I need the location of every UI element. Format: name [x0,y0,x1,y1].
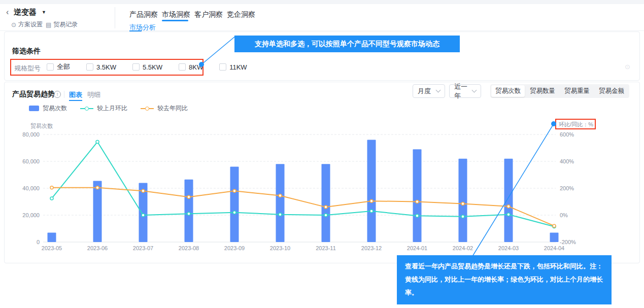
header: ‹ 逆变器 ▼ ⊙ 方案设置 ▤ 贸易记录 产品洞察 市场洞察 客户洞察 竞企洞… [0,4,644,30]
metric-trade-weight-button[interactable]: 贸易重量 [560,85,594,97]
trade-records-label: 贸易记录 [53,20,78,29]
svg-text:2023-09: 2023-09 [224,245,245,251]
tab-competitor-insight[interactable]: 竞企洞察 [227,10,255,19]
page-top-strip [0,0,644,4]
view-tab-divider [64,91,64,98]
svg-text:2023-10: 2023-10 [270,245,290,251]
trend-chart: 80,000600%60,000400%40,000200%20,0000%0-… [0,117,644,258]
chart-title: 产品贸易趋势 [12,90,55,99]
metric-trade-quantity-button[interactable]: 贸易数量 [526,85,559,97]
tab-product-insight[interactable]: 产品洞察 [129,10,158,19]
svg-text:0%: 0% [560,212,568,218]
annotation-tooltip-chart: 查看近一年内产品贸易趋势是增长还是下跌，包括环比和同比。注：黄线为同比，对比上一… [397,255,612,304]
plan-settings-label: 方案设置 [18,20,43,29]
metric-trade-amount-button[interactable]: 贸易金额 [595,85,628,97]
svg-text:2024-03: 2024-03 [498,245,519,251]
checkbox-11kw[interactable]: 11KW [219,62,247,72]
range-select[interactable]: 近一年 [449,84,481,98]
bar-swatch-icon [29,106,39,111]
line-marker-icon [80,108,93,109]
svg-text:2023-07: 2023-07 [133,245,153,251]
filter-settings-icon[interactable]: ⊙ [625,63,630,71]
svg-text:2024-04: 2024-04 [544,245,564,251]
period-select-value: 月度 [418,87,431,96]
header-divider [115,7,115,28]
view-tab-chart[interactable]: 图表 [69,90,82,99]
document-icon: ▤ [46,21,51,28]
svg-text:60,000: 60,000 [22,158,40,164]
legend-trade-count[interactable]: 贸易次数 [29,104,67,113]
target-icon: ⊙ [11,21,16,28]
svg-text:-200%: -200% [560,239,576,245]
view-tab-detail[interactable]: 明细 [87,90,100,99]
svg-text:200%: 200% [560,185,574,191]
svg-text:40,000: 40,000 [22,185,40,191]
line-marker-icon [141,108,154,109]
legend-label: 较去年同比 [157,104,188,113]
page-title[interactable]: 逆变器 [14,8,37,17]
active-tab-underline [162,20,188,21]
checkbox-label: 11KW [229,63,247,71]
chevron-down-icon [436,88,441,93]
svg-text:2023-11: 2023-11 [316,245,336,251]
svg-text:0: 0 [37,239,40,245]
svg-text:80,000: 80,000 [22,131,40,138]
legend-label: 较上月环比 [97,104,127,113]
trade-records-link[interactable]: ▤ 贸易记录 [46,20,78,29]
legend-yoy[interactable]: 较去年同比 [141,104,188,113]
svg-text:2023-05: 2023-05 [42,245,62,251]
tab-customer-insight[interactable]: 客户洞察 [194,10,223,19]
svg-text:400%: 400% [560,158,574,164]
annotation-box-filter [10,59,204,76]
svg-text:20,000: 20,000 [22,212,40,218]
annotation-tooltip-filter: 支持单选和多选，可以按照单个产品不同型号观察市场动态 [234,36,460,52]
plan-settings-link[interactable]: ⊙ 方案设置 [11,20,43,29]
legend-mom[interactable]: 较上月环比 [80,104,127,113]
chevron-down-icon[interactable]: ▼ [42,10,46,15]
checkbox-icon[interactable] [219,63,226,71]
svg-text:2023-12: 2023-12 [361,245,382,251]
filter-title: 筛选条件 [12,47,41,56]
header-separator [0,30,644,31]
legend-label: 贸易次数 [43,104,67,113]
period-select[interactable]: 月度 [413,84,445,98]
annotation-box-axis [555,119,596,129]
svg-text:2023-08: 2023-08 [179,245,199,251]
back-icon[interactable]: ‹ [6,8,9,17]
svg-text:2023-06: 2023-06 [87,245,108,251]
tab-market-insight[interactable]: 市场洞察 [162,10,190,19]
range-select-value: 近一年 [454,82,472,100]
metric-trade-count-button[interactable]: 贸易次数 [491,85,525,97]
view-tab-underline [69,100,82,101]
metric-button-group: 贸易次数 贸易数量 贸易重量 贸易金额 [490,84,629,98]
chart-legend: 贸易次数 较上月环比 较去年同比 [29,104,188,113]
svg-text:2024-01: 2024-01 [407,245,427,251]
info-icon[interactable]: ! [54,91,61,98]
svg-text:2024-02: 2024-02 [453,245,473,251]
svg-text:600%: 600% [560,131,574,138]
